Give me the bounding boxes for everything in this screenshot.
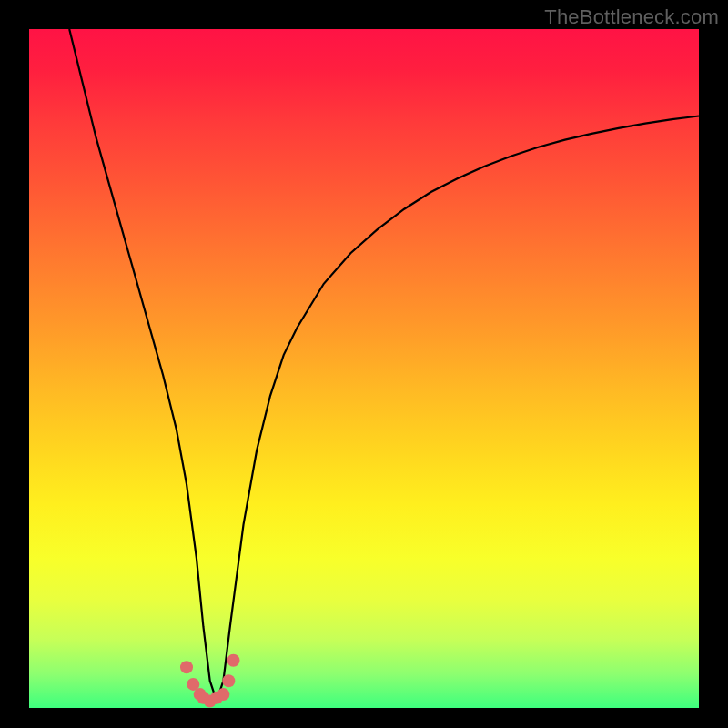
marker-dot [222,674,235,687]
marker-dot [180,661,193,673]
marker-dot [217,688,229,701]
plot-area [29,29,699,708]
plot-svg [29,29,699,708]
bottleneck-curve [69,29,699,702]
watermark-text: TheBottleneck.com [544,5,719,29]
chart-frame: TheBottleneck.com [0,0,728,728]
marker-dot [228,654,240,667]
